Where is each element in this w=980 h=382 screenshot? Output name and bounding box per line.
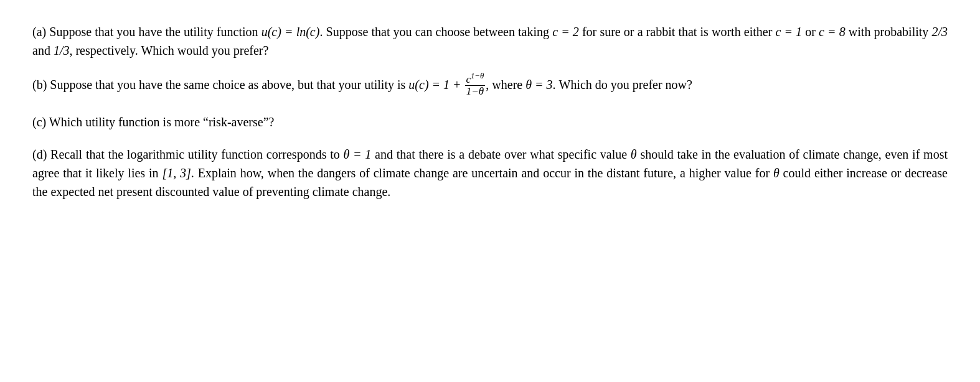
math-theta1: θ = 1 <box>344 147 372 161</box>
problem-d-text: (d) Recall that the logarithmic utility … <box>32 145 948 201</box>
problem-c-label: (c) <box>32 115 46 129</box>
math-fraction-crra: c1−θ 1−θ <box>465 72 486 98</box>
math-c8: c = 8 <box>819 25 846 39</box>
math-c2: c = 2 <box>552 25 579 39</box>
math-theta-var-2: θ <box>773 166 780 180</box>
problem-a-label: (a) <box>32 25 46 39</box>
problem-c-text: (c) Which utility function is more “risk… <box>32 113 948 131</box>
problem-a: (a) Suppose that you have the utility fu… <box>32 22 948 60</box>
math-utility-crra: u(c) = 1 + c1−θ 1−θ <box>408 78 486 91</box>
math-prob-13: 1/3 <box>54 44 70 57</box>
math-c1: c = 1 <box>775 25 802 39</box>
problem-c: (c) Which utility function is more “risk… <box>32 113 948 131</box>
math-utility-ln: u(c) = ln(c) <box>261 25 320 39</box>
math-theta-var-1: θ <box>631 147 637 161</box>
main-content: (a) Suppose that you have the utility fu… <box>32 22 948 201</box>
problem-b-text: (b) Suppose that you have the same choic… <box>32 73 948 99</box>
superscript-1-theta: 1−θ <box>471 72 484 80</box>
fraction-denominator: 1−θ <box>465 86 485 98</box>
problem-d-label: (d) <box>32 147 47 161</box>
problem-b: (b) Suppose that you have the same choic… <box>32 73 948 99</box>
math-theta3: θ = 3 <box>525 78 552 91</box>
problem-a-text: (a) Suppose that you have the utility fu… <box>32 22 948 60</box>
or-connector: or <box>805 25 816 39</box>
fraction-numerator: c1−θ <box>465 72 486 86</box>
math-interval: [1, 3] <box>162 166 191 180</box>
problem-d: (d) Recall that the logarithmic utility … <box>32 145 948 201</box>
problem-b-label: (b) <box>32 78 47 91</box>
math-prob-23: 2/3 <box>931 25 948 39</box>
